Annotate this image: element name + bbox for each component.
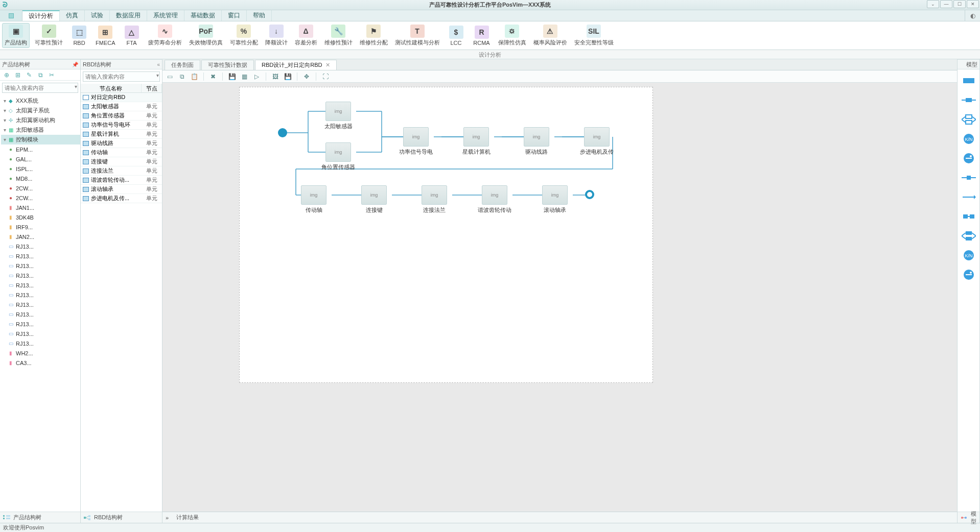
rbd-block[interactable]: img滚动轴承 — [537, 185, 573, 214]
canvas-copy-icon[interactable]: ⧉ — [178, 72, 186, 81]
product-tree[interactable]: ▾◆XXX系统▾◇太阳翼子系统▾✢太阳翼驱动机构▾▦太阳敏感器▾▦控制模块●EP… — [0, 95, 80, 512]
window-minimize-button[interactable]: — — [940, 0, 952, 8]
palette-parallel-icon[interactable] — [962, 114, 976, 125]
ribbon-item-10[interactable]: 🔧维修性预计 — [322, 23, 355, 47]
tree-node[interactable]: ▾◇太阳翼子系统 — [1, 106, 80, 115]
tree-node[interactable]: ▭RJ13... — [1, 251, 80, 261]
rbd-row[interactable]: 角位置传感器单元 — [81, 111, 162, 120]
palette-block-icon[interactable] — [962, 76, 976, 86]
results-expand-icon[interactable]: » — [166, 515, 169, 521]
tree-twisty-icon[interactable]: ▾ — [2, 98, 7, 104]
tree-node[interactable]: ▮JAN1... — [1, 203, 80, 212]
ribbon-item-2[interactable]: ⬚RBD — [68, 25, 90, 47]
rbd-tree-search-input[interactable] — [83, 71, 160, 82]
rbd-row[interactable]: 太阳敏感器单元 — [81, 102, 162, 111]
tree-twisty-icon[interactable]: ▾ — [2, 127, 7, 133]
doc-tab-2[interactable]: RBD设计_对日定向RBD✕ — [255, 60, 337, 70]
tree-node[interactable]: ▾◆XXX系统 — [1, 96, 80, 106]
search-dropdown-icon[interactable]: ▾ — [156, 72, 159, 78]
ribbon-item-8[interactable]: ↓降额设计 — [263, 23, 290, 47]
ribbon-item-3[interactable]: ⊞FMECA — [94, 25, 118, 47]
tree-cut-button[interactable]: ✂ — [48, 71, 55, 79]
canvas-delete-icon[interactable]: ✖ — [209, 72, 217, 81]
tree-node[interactable]: ▭RJ13... — [1, 329, 80, 338]
canvas-fit-icon[interactable]: ✥ — [302, 72, 311, 81]
tree-node[interactable]: ●MD8... — [1, 174, 80, 183]
ribbon-item-1[interactable]: ✓可靠性预计 — [33, 23, 65, 47]
rbd-row[interactable]: 连接键单元 — [81, 157, 162, 166]
ribbon-item-9[interactable]: Δ容差分析 — [293, 23, 319, 47]
canvas-fullscreen-icon[interactable]: ⛶ — [321, 72, 330, 81]
tree-twisty-icon[interactable]: ▾ — [2, 137, 7, 142]
tree-node[interactable]: ●2CW... — [1, 193, 80, 203]
tree-add-button[interactable]: ⊕ — [3, 71, 10, 79]
canvas-image-icon[interactable]: 🖼 — [271, 72, 279, 81]
tree-node[interactable]: ▭RJ13... — [1, 319, 80, 329]
rbd-block[interactable]: img角位置传感器 — [320, 142, 356, 171]
tree-node[interactable]: ▮3DK4B — [1, 212, 80, 222]
tree-node[interactable]: ▭RJ13... — [1, 271, 80, 280]
tree-node[interactable]: ▭RJ13... — [1, 261, 80, 271]
canvas-new-icon[interactable]: ▭ — [166, 72, 174, 81]
rbd-block[interactable]: img谐波齿轮传动 — [477, 185, 512, 214]
menu-tab-4[interactable]: 系统管理 — [147, 10, 184, 21]
doc-tab-1[interactable]: 可靠性预计数据 — [201, 60, 254, 70]
tree-node[interactable]: ▮WH2... — [1, 348, 80, 358]
rbd-row[interactable]: 对日定向RBD — [81, 93, 162, 102]
tree-node[interactable]: ▾▦太阳敏感器 — [1, 125, 80, 135]
window-close-button[interactable]: ✕ — [967, 0, 979, 8]
palette-footer-tab[interactable]: 模型 — [958, 512, 979, 523]
ribbon-item-16[interactable]: ⚠概率风险评价 — [531, 23, 569, 47]
rbd-row[interactable]: 功率信号导电环单元 — [81, 120, 162, 130]
rbd-end-node[interactable] — [585, 190, 594, 199]
tree-copy-button[interactable]: ⧉ — [37, 71, 44, 79]
rbd-start-node[interactable] — [278, 128, 287, 137]
tree-node[interactable]: ●ISPL... — [1, 164, 80, 174]
tree-twisty-icon[interactable]: ▾ — [2, 108, 7, 113]
tree-node[interactable]: ▭RJ13... — [1, 290, 80, 300]
tree-node[interactable]: ▭RJ13... — [1, 280, 80, 290]
palette-node-icon[interactable] — [962, 173, 976, 183]
ribbon-item-4[interactable]: △FTA — [121, 25, 143, 47]
rbd-block[interactable]: img传动轴 — [296, 185, 332, 214]
palette-standby2-icon[interactable] — [962, 270, 976, 280]
window-help-button[interactable]: ⌄ — [927, 0, 939, 8]
rbd-block[interactable]: img功率信号导电 — [398, 127, 434, 156]
rbd-block[interactable]: img星载计算机 — [458, 127, 494, 156]
tree-twisty-icon[interactable]: ▾ — [2, 117, 7, 123]
tree-node[interactable]: ▾▦控制模块 — [1, 135, 80, 144]
ribbon-item-5[interactable]: ∿疲劳寿命分析 — [146, 23, 184, 47]
ribbon-item-11[interactable]: ⚑维修性分配 — [358, 23, 390, 47]
ribbon-item-0[interactable]: ▣产品结构 — [2, 23, 30, 48]
results-dock-tab[interactable]: » 计算结果 — [162, 512, 957, 523]
rbd-row[interactable]: 星载计算机单元 — [81, 130, 162, 139]
doc-tab-close-icon[interactable]: ✕ — [325, 62, 330, 68]
panel-collapse-icon[interactable]: « — [157, 62, 160, 67]
window-maximize-button[interactable]: ☐ — [953, 0, 966, 8]
menu-tab-5[interactable]: 基础数据 — [184, 10, 222, 21]
canvas-grid-icon[interactable]: ▦ — [240, 72, 248, 81]
palette-kn-icon[interactable]: K/N — [962, 134, 976, 144]
palette-standby-icon[interactable] — [962, 153, 976, 163]
rbd-block[interactable]: img步进电机及传 — [579, 127, 615, 156]
rbd-tree-footer-tab[interactable]: RBD结构树 — [81, 512, 162, 523]
rbd-row[interactable]: 驱动线路单元 — [81, 139, 162, 148]
tree-node[interactable]: ▾✢太阳翼驱动机构 — [1, 115, 80, 125]
panel-pin-icon[interactable]: 📌 — [72, 62, 78, 67]
product-tree-footer-tab[interactable]: 产品结构树 — [0, 512, 80, 523]
rbd-row[interactable]: 传动轴单元 — [81, 148, 162, 157]
menu-tab-6[interactable]: 窗口 — [222, 10, 247, 21]
palette-arrow-icon[interactable] — [962, 192, 976, 202]
ribbon-item-12[interactable]: T测试性建模与分析 — [393, 23, 442, 47]
rbd-row[interactable]: 连接法兰单元 — [81, 166, 162, 176]
menu-tab-0[interactable]: 设计分析 — [22, 10, 60, 21]
tree-node[interactable]: ▭RJ13... — [1, 300, 80, 309]
ribbon-item-15[interactable]: ⛭保障性仿真 — [496, 23, 528, 47]
rbd-row[interactable]: 滚动轴承单元 — [81, 185, 162, 194]
palette-series2-icon[interactable] — [962, 211, 976, 222]
rbd-block[interactable]: img连接键 — [356, 185, 392, 214]
rbd-row[interactable]: 谐波齿轮传动...单元 — [81, 176, 162, 185]
menu-tab-1[interactable]: 仿真 — [60, 10, 85, 21]
tree-node[interactable]: ▭RJ13... — [1, 309, 80, 319]
tree-add-child-button[interactable]: ⊞ — [14, 71, 21, 79]
